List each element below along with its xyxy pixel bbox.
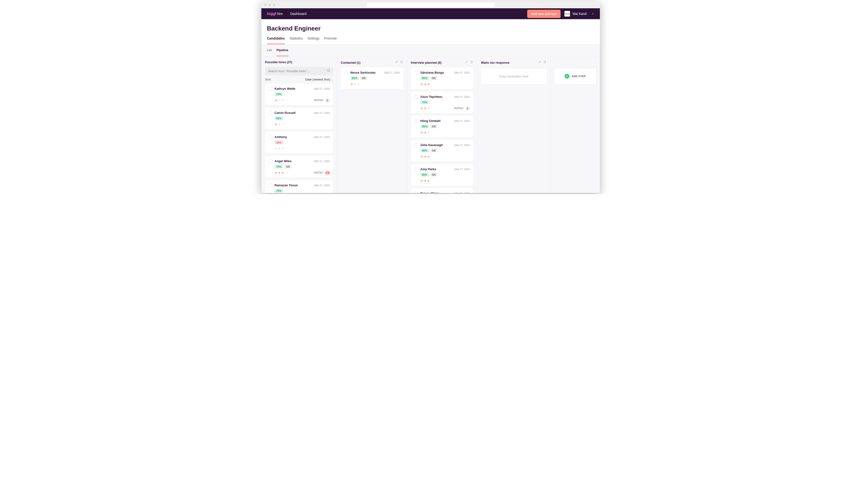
- candidate-card[interactable]: Nessa SarkissianJAN 27, 202085%OK★★★: [341, 67, 403, 89]
- search-input[interactable]: [268, 69, 327, 73]
- select-checkbox[interactable]: [414, 119, 418, 123]
- star-icon: ★: [275, 98, 277, 102]
- sort-select[interactable]: Date (newest first) ⌄: [305, 78, 333, 81]
- dot-maximize[interactable]: [273, 3, 275, 6]
- svg-point-0: [327, 69, 329, 71]
- score-badge: 95%: [421, 124, 429, 128]
- select-checkbox[interactable]: [414, 144, 418, 147]
- star-icon: ★: [278, 171, 281, 175]
- column-possible-hires: Possible hires (37) Sort: Date (newest f…: [261, 57, 337, 193]
- tab-settings[interactable]: Settings: [308, 37, 319, 44]
- select-checkbox[interactable]: [414, 192, 418, 193]
- page-header: Backend Engineer CandidatesStatisticsSet…: [261, 19, 600, 44]
- search-box[interactable]: [265, 67, 333, 75]
- user-menu[interactable]: Scoro Mai Kand ▼: [564, 11, 594, 16]
- topbar: toggl hire Dashboard Add new skill test …: [261, 8, 600, 19]
- subtab-pipeline[interactable]: Pipeline: [276, 44, 288, 56]
- cards-contacted[interactable]: Nessa SarkissianJAN 27, 202085%OK★★★: [337, 67, 407, 193]
- star-icon: ★: [278, 147, 281, 150]
- candidate-card[interactable]: Zélie KavanaghJAN 27, 202080%OK★★★: [411, 140, 473, 162]
- candidate-card[interactable]: Rajeev RizzoJAN 27, 202085%OK★★★: [411, 188, 473, 193]
- candidate-name: Höng Omdahl: [421, 119, 440, 123]
- score-badge: 75%: [275, 92, 283, 96]
- cards-interview[interactable]: Sânziana BozgaJAN 27, 202085%OK★★★Λέων Τ…: [407, 67, 477, 193]
- star-rating[interactable]: ★★★: [421, 107, 430, 110]
- select-checkbox[interactable]: [414, 71, 418, 75]
- star-icon: ★: [424, 131, 427, 134]
- ok-badge: OK: [430, 124, 438, 128]
- star-icon: ★: [281, 98, 284, 102]
- star-rating[interactable]: ★★★: [275, 147, 284, 150]
- sort-row: Sort: Date (newest first) ⌄: [261, 78, 337, 84]
- candidate-date: JAN 27, 2020: [454, 71, 470, 74]
- star-icon: ★: [427, 155, 430, 158]
- dot-close[interactable]: [264, 3, 267, 6]
- nav-dashboard[interactable]: Dashboard: [290, 12, 306, 16]
- star-icon: ★: [278, 98, 281, 102]
- trash-icon[interactable]: [470, 60, 473, 65]
- notes-label: NOTES:: [314, 172, 324, 174]
- tab-promote[interactable]: Promote: [324, 37, 337, 44]
- star-rating[interactable]: ★★★: [275, 123, 284, 126]
- subtab-list[interactable]: List: [267, 44, 272, 56]
- candidate-name: Angel Miles: [275, 159, 292, 163]
- column-add-step: + ADD STEP: [551, 57, 600, 193]
- browser-chrome: [261, 1, 600, 8]
- select-checkbox[interactable]: [414, 95, 418, 99]
- pipeline-board: Possible hires (37) Sort: Date (newest f…: [261, 57, 600, 193]
- candidate-card[interactable]: AnthonyJAN 27, 202015%★★★: [265, 132, 333, 154]
- dot-minimize[interactable]: [269, 3, 271, 6]
- column-waits-response: Waits our response Drag candidates here: [477, 57, 551, 193]
- edit-icon[interactable]: [465, 60, 468, 65]
- subtabs: ListPipeline: [261, 44, 600, 57]
- select-checkbox[interactable]: [344, 71, 348, 75]
- trash-icon[interactable]: [400, 60, 403, 65]
- candidate-card[interactable]: Sânziana BozgaJAN 27, 202085%OK★★★: [411, 67, 473, 89]
- select-checkbox[interactable]: [414, 168, 418, 172]
- logo[interactable]: toggl hire: [267, 12, 283, 16]
- select-checkbox[interactable]: [269, 111, 272, 115]
- add-skill-test-button[interactable]: Add new skill test: [527, 10, 561, 18]
- svg-line-1: [329, 71, 330, 72]
- candidate-card[interactable]: Angel MilesJAN 27, 202075%OK★★★NOTES:2: [265, 156, 333, 178]
- candidate-card[interactable]: Amy ParksJAN 27, 202085%OK★★★: [411, 164, 473, 186]
- candidate-card[interactable]: Calvin RussellJAN 27, 202085%★★★: [265, 108, 333, 130]
- candidate-card[interactable]: Höng OmdahlJAN 27, 202095%OK★★★: [411, 116, 473, 138]
- trash-icon[interactable]: [543, 60, 547, 65]
- select-checkbox[interactable]: [269, 135, 272, 139]
- star-rating[interactable]: ★★★: [275, 171, 284, 175]
- candidate-card[interactable]: Kathryn WebbJAN 27, 202075%★★★NOTES:2: [265, 84, 333, 105]
- url-bar[interactable]: [367, 3, 494, 7]
- star-icon: ★: [354, 82, 356, 86]
- candidate-name: Nessa Sarkissian: [350, 71, 376, 74]
- dropzone[interactable]: Drag candidates here: [481, 68, 547, 84]
- tabs: CandidatesStatisticsSettingsPromote: [267, 37, 594, 44]
- tab-statistics[interactable]: Statistics: [289, 37, 303, 44]
- edit-icon[interactable]: [538, 60, 542, 65]
- edit-icon[interactable]: [395, 60, 398, 65]
- add-step-button[interactable]: + ADD STEP: [555, 68, 596, 84]
- candidate-date: JAN 27, 2020: [454, 144, 470, 147]
- candidate-card[interactable]: Ramazan TosunJAN 27, 202075%★★★NOTES:2: [265, 180, 333, 193]
- star-rating[interactable]: ★★★: [421, 179, 430, 182]
- logo-brand: toggl: [267, 12, 276, 16]
- candidate-card[interactable]: Λέων ΤαμτάκοςJAN 27, 202075%★★★NOTES:2: [411, 92, 473, 113]
- column-header: Waits our response: [477, 57, 550, 67]
- star-rating[interactable]: ★★★: [421, 82, 430, 86]
- star-rating[interactable]: ★★★: [421, 131, 430, 134]
- page-title: Backend Engineer: [267, 25, 594, 32]
- star-rating[interactable]: ★★★: [275, 98, 284, 102]
- select-checkbox[interactable]: [269, 87, 272, 91]
- star-icon: ★: [427, 107, 430, 110]
- star-icon: ★: [424, 155, 427, 158]
- star-rating[interactable]: ★★★: [350, 82, 360, 86]
- tab-candidates[interactable]: Candidates: [267, 37, 285, 44]
- star-rating[interactable]: ★★★: [421, 155, 430, 158]
- score-badge: 85%: [421, 76, 429, 80]
- star-icon: ★: [427, 179, 430, 182]
- cards-possible[interactable]: Kathryn WebbJAN 27, 202075%★★★NOTES:2Cal…: [261, 84, 337, 193]
- select-checkbox[interactable]: [269, 160, 272, 163]
- candidate-name: Rajeev Rizzo: [421, 191, 439, 193]
- select-checkbox[interactable]: [269, 184, 272, 188]
- star-icon: ★: [275, 171, 277, 175]
